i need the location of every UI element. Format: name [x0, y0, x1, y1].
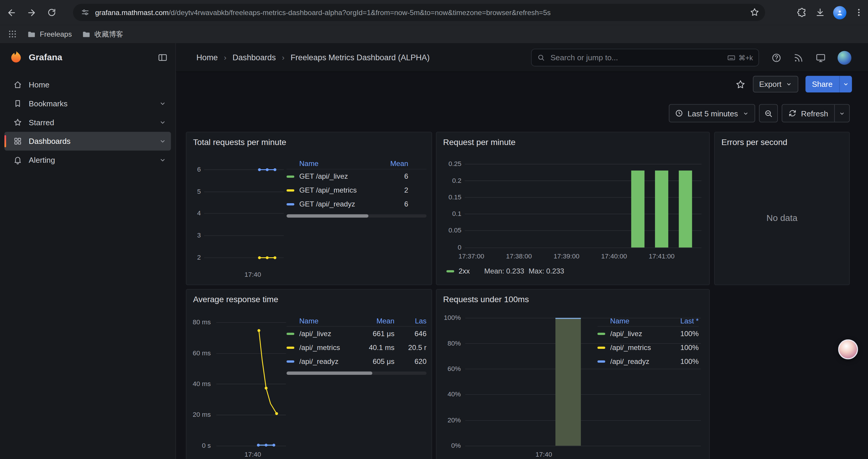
line-chart[interactable]	[214, 319, 288, 454]
series-name[interactable]: 2xx	[459, 267, 470, 275]
series-name[interactable]: /api/_metrics	[299, 343, 356, 352]
refresh-icon	[788, 109, 797, 117]
zoom-out-button[interactable]	[759, 104, 778, 122]
series-name[interactable]: /api/_metrics	[610, 343, 668, 352]
chevron-down-icon[interactable]	[159, 119, 166, 126]
sidebar-item-alerting[interactable]: Alerting	[4, 151, 171, 169]
series-mean: 605 μs	[356, 357, 395, 365]
panel-title[interactable]: Total requests per minute	[193, 137, 286, 147]
bar-chart[interactable]	[462, 160, 703, 254]
series-max: Max: 0.233	[529, 267, 564, 275]
assistant-avatar[interactable]	[838, 339, 858, 359]
site-settings-icon[interactable]	[81, 8, 90, 17]
panel-title[interactable]: Errors per second	[721, 137, 787, 147]
chevron-down-icon[interactable]	[159, 137, 166, 145]
browser-profile-avatar[interactable]	[833, 6, 846, 19]
forward-button[interactable]	[23, 4, 40, 21]
legend-col-name[interactable]: Name	[610, 316, 668, 325]
x-tick: 17:40:00	[597, 252, 630, 261]
user-avatar[interactable]	[838, 51, 851, 65]
time-range-picker[interactable]: Last 5 minutes	[669, 104, 755, 122]
y-tick: 60%	[436, 364, 461, 373]
sidebar-item-starred[interactable]: Starred	[4, 113, 171, 132]
sidebar-header: Grafana	[0, 43, 176, 72]
monitor-icon[interactable]	[815, 52, 826, 63]
legend-header: Name Mean	[286, 158, 427, 169]
browser-menu-icon[interactable]	[854, 8, 864, 17]
y-tick: 0 s	[186, 441, 211, 450]
series-marker-green	[446, 270, 454, 272]
legend-row: /api/_metrics 100%	[597, 340, 699, 355]
legend-col-last[interactable]: Las	[395, 316, 427, 325]
legend-col-name[interactable]: Name	[299, 316, 356, 325]
chevron-down-icon[interactable]	[159, 100, 166, 107]
legend-scrollbar[interactable]	[286, 371, 427, 375]
breadcrumb-separator: ›	[282, 53, 284, 62]
grafana-logo[interactable]	[9, 51, 23, 65]
share-label[interactable]: Share	[805, 76, 839, 93]
legend-scrollbar[interactable]	[286, 214, 427, 218]
search-shortcut: ⌘+k	[727, 53, 753, 62]
legend-col-mean[interactable]: Mean	[375, 159, 427, 167]
brand-title: Grafana	[29, 53, 62, 63]
search-bar[interactable]: ⌘+k	[531, 49, 759, 66]
sidebar-item-home[interactable]: Home	[4, 75, 171, 94]
legend-row: /api/_livez 661 μs 646	[286, 327, 427, 340]
panel-title[interactable]: Requests under 100ms	[443, 294, 529, 304]
series-name[interactable]: GET /api/_readyz	[299, 200, 375, 208]
legend-table: Name Last * /api/_livez 100% /api/_metri…	[597, 315, 699, 368]
legend-col-name[interactable]: Name	[299, 159, 375, 167]
legend-col-mean[interactable]: Mean	[356, 316, 395, 325]
export-button[interactable]: Export	[753, 76, 798, 93]
line-chart[interactable]	[202, 165, 285, 264]
downloads-icon[interactable]	[815, 7, 826, 18]
news-feed-icon[interactable]	[793, 52, 804, 63]
series-last: 620	[395, 357, 427, 365]
bookmark-folder-blogs[interactable]: 收藏博客	[82, 29, 123, 39]
share-menu-caret[interactable]	[839, 76, 852, 93]
series-marker-blue	[286, 203, 294, 205]
refresh-button[interactable]: Refresh	[782, 104, 834, 122]
sidebar-item-bookmarks[interactable]: Bookmarks	[4, 94, 171, 113]
breadcrumb-dashboards[interactable]: Dashboards	[232, 53, 276, 62]
search-icon	[537, 54, 545, 61]
series-name[interactable]: /api/_readyz	[299, 357, 356, 365]
share-button[interactable]: Share	[805, 76, 852, 93]
sidebar-item-label: Dashboards	[29, 137, 70, 145]
back-button[interactable]	[3, 4, 20, 21]
y-tick: 40 ms	[186, 379, 211, 388]
series-name[interactable]: /api/_livez	[299, 329, 356, 338]
help-icon[interactable]	[771, 52, 782, 63]
sidebar-item-dashboards[interactable]: Dashboards	[4, 132, 171, 151]
reload-button[interactable]	[43, 4, 60, 21]
apps-grid-icon[interactable]	[8, 29, 17, 39]
refresh-interval-caret[interactable]	[834, 104, 849, 122]
extensions-icon[interactable]	[797, 7, 807, 18]
series-name[interactable]: /api/_livez	[610, 329, 668, 338]
x-tick: 17:39:00	[550, 252, 583, 261]
refresh-label: Refresh	[801, 109, 828, 118]
url-bar[interactable]: grafana.mathmast.com/d/deytv4rwavabkb/fr…	[73, 4, 765, 21]
bell-icon	[13, 156, 22, 165]
series-name[interactable]: /api/_readyz	[610, 357, 668, 365]
panel-title[interactable]: Request per minute	[443, 137, 516, 147]
time-range-label: Last 5 minutes	[687, 109, 738, 118]
panel-title[interactable]: Average response time	[193, 294, 278, 304]
favorite-dashboard-star-icon[interactable]	[735, 79, 746, 90]
y-tick: 0.05	[439, 226, 462, 235]
bookmark-folder-freeleaps[interactable]: Freeleaps	[27, 30, 72, 38]
series-mean: 661 μs	[356, 329, 395, 338]
search-input[interactable]	[549, 53, 727, 63]
series-name[interactable]: GET /api/_metrics	[299, 186, 375, 194]
series-last: 100%	[668, 343, 699, 352]
series-marker-yellow	[286, 346, 294, 348]
legend-row: /api/_livez 100%	[597, 327, 699, 340]
folder-icon	[82, 30, 91, 38]
legend-col-last[interactable]: Last *	[668, 316, 699, 325]
bookmark-star-icon[interactable]	[749, 7, 760, 17]
sidebar-toggle-icon[interactable]	[158, 53, 168, 63]
chevron-down-icon[interactable]	[159, 156, 166, 164]
y-tick: 6	[188, 165, 201, 174]
breadcrumb-home[interactable]: Home	[196, 53, 218, 62]
series-name[interactable]: GET /api/_livez	[299, 172, 375, 181]
